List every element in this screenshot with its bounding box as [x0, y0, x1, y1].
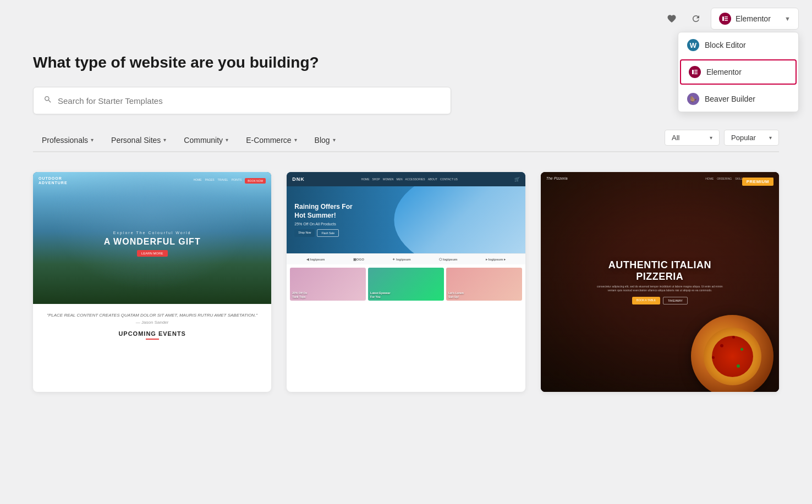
svg-rect-2: [725, 18, 728, 19]
svg-rect-5: [694, 70, 698, 71]
block-editor-label: Block Editor: [705, 41, 746, 49]
product-2: Latest EyewearFor You: [368, 268, 444, 301]
outdoor-nav-btn: BOOK NOW: [245, 178, 266, 184]
search-input[interactable]: [58, 96, 441, 106]
outdoor-cta-btn: LEARN MORE: [137, 250, 168, 257]
beaver-builder-label: Beaver Builder: [705, 95, 755, 103]
beaver-icon: 🦫: [687, 93, 699, 105]
pizza-hero-content: AUTHENTIC ITALIAN PIZZERIA consectetur a…: [595, 259, 725, 304]
dnk-link-5: ACCESSORIES: [405, 178, 425, 181]
pizza-sub: consectetur adipiscing elit, sed do eius…: [595, 285, 725, 292]
outdoor-nav-link-3: TRAVEL: [218, 178, 228, 184]
dropdown-item-beaver-builder[interactable]: 🦫 Beaver Builder: [678, 86, 798, 112]
dnk-link-3: WOMEN: [383, 178, 394, 181]
outdoor-nav-link-4: POINTS: [232, 178, 242, 184]
dropdown-item-elementor[interactable]: Elementor: [680, 59, 797, 85]
product-3-label: Let's LoremSuit Up!: [448, 291, 520, 298]
outdoor-hero-content: Explore The Colourful World A WONDERFUL …: [104, 231, 201, 257]
filter-blog[interactable]: Blog ▾: [306, 130, 344, 151]
card-bottom-outdoor: "PLACE REAL CONTENT CREATES QUATAM DOLOR…: [33, 304, 271, 348]
pizza-title: AUTHENTIC ITALIAN PIZZERIA: [595, 259, 725, 283]
type-filter-caret: ▾: [710, 135, 712, 141]
pizza-circle: [691, 315, 773, 392]
outdoor-subtitle: Explore The Colourful World: [104, 231, 201, 235]
logo-1: ◀ logipsum: [306, 257, 325, 261]
filter-personal-sites[interactable]: Personal Sites ▾: [102, 130, 175, 151]
dnk-nav: DNK HOME SHOP WOMEN MEN ACCESSORIES ABOU…: [287, 172, 525, 186]
product-2-label: Latest EyewearFor You: [370, 291, 442, 298]
logo-3: ✦ logipsum: [392, 257, 410, 261]
community-caret: ▾: [226, 137, 228, 143]
filter-professionals[interactable]: Professionals ▾: [33, 130, 102, 151]
outdoor-testimonial: "PLACE REAL CONTENT CREATES QUATAM DOLOR…: [42, 313, 262, 318]
template-card-dnk[interactable]: DNK HOME SHOP WOMEN MEN ACCESSORIES ABOU…: [287, 172, 525, 392]
template-cards-grid: OUTDOORADVENTURE HOME PAGES TRAVEL POINT…: [33, 172, 779, 408]
template-card-pizza[interactable]: PREMIUM The Pizzeria HOME ORDERING SKILL…: [541, 172, 779, 392]
pizza-link-1: HOME: [705, 177, 714, 180]
card-image-dnk: DNK HOME SHOP WOMEN MEN ACCESSORIES ABOU…: [287, 172, 525, 304]
editor-dropdown-wrapper: Elementor ▼ W Block Editor: [711, 8, 799, 30]
outdoor-nav-links: HOME PAGES TRAVEL POINTS BOOK NOW: [194, 178, 266, 184]
dnk-shop-now-btn: Shop Now: [294, 229, 315, 237]
outdoor-logo: OUTDOORADVENTURE: [39, 176, 68, 186]
outdoor-events-title: UPCOMING EVENTS: [42, 330, 262, 337]
product-1-label: 20% Off OnTank Tops: [292, 291, 364, 298]
filter-bar: Professionals ▾ Personal Sites ▾ Communi…: [33, 130, 779, 152]
editor-dropdown-menu: W Block Editor: [678, 32, 799, 112]
card-bg-dnk: DNK HOME SHOP WOMEN MEN ACCESSORIES ABOU…: [287, 172, 525, 304]
card-image-outdoor: OUTDOORADVENTURE HOME PAGES TRAVEL POINT…: [33, 172, 271, 304]
template-card-outdoor[interactable]: OUTDOORADVENTURE HOME PAGES TRAVEL POINT…: [33, 172, 271, 392]
outdoor-nav-link-1: HOME: [194, 178, 202, 184]
type-filter-select[interactable]: All ▾: [665, 130, 720, 146]
elementor-menu-label: Elementor: [706, 68, 742, 76]
personal-sites-caret: ▾: [163, 137, 166, 143]
ecommerce-caret: ▾: [294, 137, 297, 143]
pizza-book-btn: BOOK A TABLE: [632, 297, 660, 304]
svg-rect-0: [722, 16, 724, 21]
logo-2: ▣OGO: [353, 257, 364, 261]
filter-actions: All ▾ Popular ▾: [665, 130, 779, 151]
dnk-products: 20% Off OnTank Tops Latest EyewearFor Yo…: [287, 264, 525, 304]
dnk-logo: DNK: [292, 176, 305, 182]
pizza-link-2: ORDERING: [717, 177, 732, 180]
svg-rect-3: [725, 20, 728, 21]
sort-filter-caret: ▾: [769, 135, 772, 141]
outdoor-author: — Jason Sander: [42, 320, 262, 325]
dnk-logos-bar: ◀ logipsum ▣OGO ✦ logipsum ⬡ logipsum ▸ …: [287, 253, 525, 264]
pizza-logo-text: The Pizzeria: [546, 176, 568, 180]
refresh-icon[interactable]: [687, 9, 705, 28]
card-bg-pizza: PREMIUM The Pizzeria HOME ORDERING SKILL…: [541, 172, 779, 392]
dnk-heading: Raining Offers ForHot Summer!: [294, 203, 352, 220]
card-bg-outdoor: OUTDOORADVENTURE HOME PAGES TRAVEL POINT…: [33, 172, 271, 304]
favorites-icon[interactable]: [662, 9, 681, 28]
filter-community[interactable]: Community ▾: [175, 130, 237, 151]
dnk-link-7: CONTACT US: [440, 178, 458, 181]
dnk-flashsale-btn: Flash Sale: [317, 229, 339, 237]
pizza-hero: The Pizzeria HOME ORDERING SKILLS STORY …: [541, 172, 779, 392]
filter-categories: Professionals ▾ Personal Sites ▾ Communi…: [33, 130, 665, 151]
outdoor-title: A WONDERFUL GIFT: [104, 237, 201, 247]
editor-dropdown-trigger[interactable]: Elementor ▼: [711, 8, 799, 30]
dnk-cart-icon: 🛒: [514, 177, 520, 182]
header-row: Elementor ▼ W Block Editor: [0, 0, 812, 37]
dnk-btns: Shop Now Flash Sale: [294, 229, 352, 237]
dnk-link-2: SHOP: [372, 178, 380, 181]
filter-ecommerce[interactable]: E-Commerce ▾: [237, 130, 305, 151]
pizza-image: [691, 315, 779, 392]
dnk-hero: Raining Offers ForHot Summer! 25% Off On…: [287, 186, 525, 253]
professionals-caret: ▾: [91, 137, 94, 143]
dnk-subheading: 25% Off On All Products: [294, 222, 352, 226]
dnk-nav-links: HOME SHOP WOMEN MEN ACCESSORIES ABOUT CO…: [361, 178, 458, 181]
dropdown-item-block-editor[interactable]: W Block Editor: [678, 32, 798, 58]
search-icon: [43, 95, 52, 106]
sort-filter-select[interactable]: Popular ▾: [724, 130, 779, 146]
chevron-down-icon: ▼: [784, 15, 791, 22]
pizza-btns: BOOK A TABLE TAKEAWAY: [595, 297, 725, 304]
selected-editor-label: Elementor: [736, 14, 771, 23]
logo-4: ⬡ logipsum: [439, 257, 457, 261]
blog-caret: ▾: [333, 137, 336, 143]
svg-rect-7: [694, 74, 698, 75]
dnk-link-6: ABOUT: [428, 178, 437, 181]
outdoor-events-underline: [146, 339, 159, 340]
outdoor-nav-link-2: PAGES: [205, 178, 215, 184]
